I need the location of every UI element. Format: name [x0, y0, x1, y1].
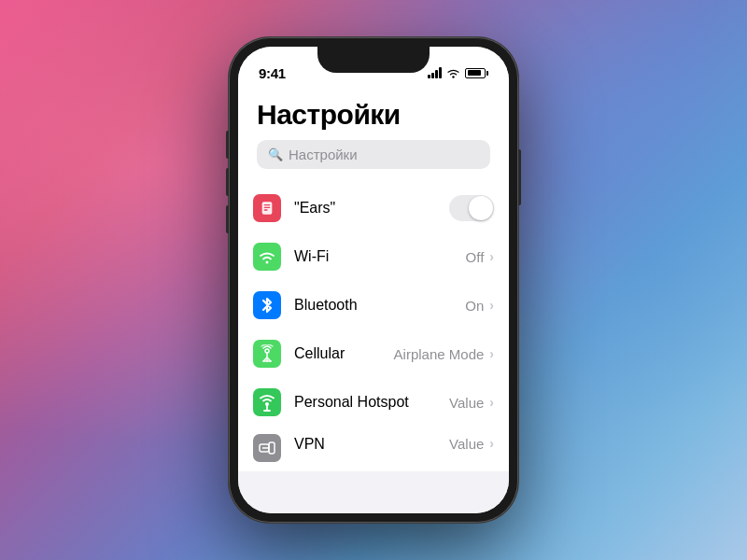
- settings-content: Настройки 🔍 Настройки: [238, 88, 509, 513]
- hotspot-value: Value: [449, 395, 484, 411]
- hotspot-icon: [253, 388, 281, 416]
- ears-icon: [253, 194, 281, 222]
- signal-bar-1: [428, 75, 430, 78]
- cellular-value: Airplane Mode: [394, 346, 485, 362]
- settings-header: Настройки 🔍 Настройки: [238, 88, 509, 184]
- vpn-chevron-icon: ›: [489, 436, 494, 451]
- battery-tip: [486, 71, 488, 76]
- status-time: 9:41: [259, 65, 286, 81]
- battery-fill: [468, 70, 481, 76]
- svg-point-5: [266, 261, 269, 264]
- search-bar[interactable]: 🔍 Настройки: [257, 140, 490, 169]
- screen: 9:41: [238, 47, 509, 513]
- wifi-icon: [253, 243, 281, 271]
- ears-toggle-thumb: [469, 196, 493, 220]
- settings-list: "Ears": [238, 184, 509, 471]
- wifi-chevron-icon: ›: [489, 249, 494, 264]
- wifi-label: Wi-Fi: [294, 248, 466, 265]
- vpn-label: VPN: [294, 436, 449, 453]
- signal-bar-2: [431, 73, 434, 78]
- settings-item-bluetooth[interactable]: Bluetooth On ›: [238, 281, 509, 329]
- ears-label: "Ears": [294, 200, 449, 217]
- search-icon: 🔍: [268, 147, 283, 161]
- signal-bars-icon: [428, 67, 442, 78]
- phone-container: 9:41: [229, 37, 518, 523]
- bluetooth-label: Bluetooth: [294, 297, 465, 314]
- cellular-label: Cellular: [294, 345, 394, 362]
- wifi-status-icon: [446, 67, 460, 78]
- signal-bar-4: [439, 67, 442, 78]
- ears-toggle[interactable]: [449, 195, 494, 221]
- signal-bar-3: [435, 70, 438, 78]
- settings-item-hotspot[interactable]: Personal Hotspot Value ›: [238, 378, 509, 427]
- bluetooth-icon: [253, 291, 281, 319]
- svg-rect-4: [264, 209, 268, 210]
- svg-rect-3: [264, 207, 271, 208]
- search-placeholder-text: Настройки: [289, 147, 358, 162]
- settings-item-cellular[interactable]: Cellular Airplane Mode ›: [238, 329, 509, 378]
- hotspot-label: Personal Hotspot: [294, 394, 449, 411]
- settings-title: Настройки: [257, 99, 490, 131]
- notch: [317, 47, 430, 73]
- hotspot-chevron-icon: ›: [489, 395, 494, 410]
- vpn-value: Value: [449, 436, 484, 452]
- svg-rect-2: [264, 204, 271, 205]
- bluetooth-chevron-icon: ›: [489, 298, 494, 313]
- svg-point-0: [452, 76, 454, 77]
- settings-item-wifi[interactable]: Wi-Fi Off ›: [238, 232, 509, 281]
- status-icons: [428, 67, 488, 78]
- status-bar: 9:41: [238, 47, 509, 88]
- svg-rect-15: [269, 442, 275, 454]
- battery-body: [465, 68, 486, 78]
- settings-item-vpn[interactable]: VPN Value ›: [238, 427, 509, 471]
- phone-body: 9:41: [229, 37, 518, 523]
- settings-item-ears[interactable]: "Ears": [238, 184, 509, 232]
- vpn-icon: [253, 434, 281, 462]
- wifi-value: Off: [466, 249, 485, 265]
- cellular-icon: [253, 340, 281, 368]
- battery-icon: [465, 68, 488, 78]
- bluetooth-value: On: [465, 298, 484, 314]
- cellular-chevron-icon: ›: [489, 346, 494, 361]
